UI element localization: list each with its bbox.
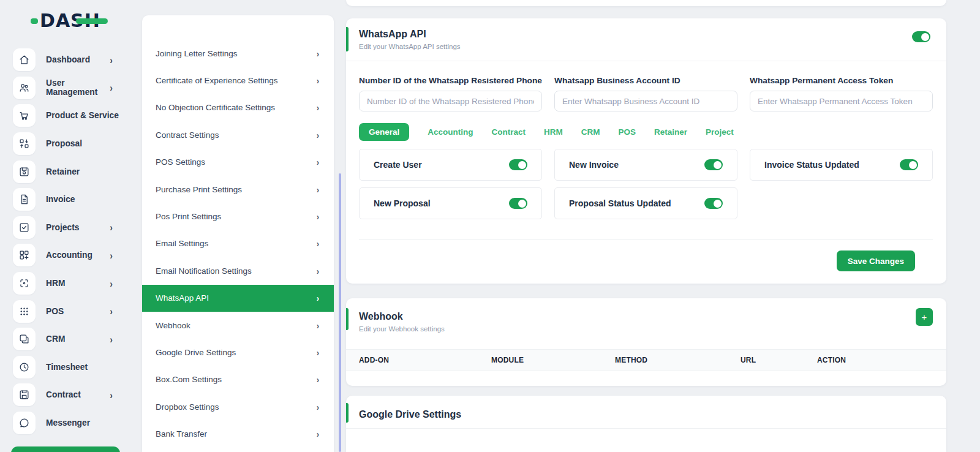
business-account-id-input[interactable] (554, 91, 737, 111)
column-header-method: METHOD (615, 356, 741, 364)
sidebar-item-label: User Management (46, 78, 110, 97)
settings-item-google-drive[interactable]: Google Drive Settings › (142, 339, 334, 366)
sidebar-item-label: HRM (46, 279, 110, 288)
sidebar-item-proposal[interactable]: Proposal (0, 130, 130, 158)
settings-item-label: No Objection Certificate Settings (156, 103, 317, 112)
sidebar-item-label: CRM (46, 334, 110, 344)
settings-item-contract[interactable]: Contract Settings › (142, 121, 334, 148)
sidebar-item-projects[interactable]: Projects › (0, 214, 130, 242)
proposal-status-updated-toggle[interactable] (704, 198, 723, 209)
dots-grid-icon (13, 300, 36, 323)
sidebar-item-hrm[interactable]: HRM › (0, 269, 130, 298)
settings-item-label: Bank Transfer (156, 429, 317, 439)
tab-general[interactable]: General (359, 123, 409, 141)
new-invoice-toggle[interactable] (704, 159, 723, 170)
chevron-right-icon: › (110, 82, 113, 94)
settings-menu-panel: Joining Letter Settings › Certificate of… (142, 15, 334, 452)
tab-accounting[interactable]: Accounting (428, 127, 473, 137)
save-changes-button[interactable]: Save Changes (837, 250, 915, 271)
tab-hrm[interactable]: HRM (544, 127, 563, 137)
sidebar-item-label: Timesheet (46, 363, 130, 372)
sidebar-item-label: Messenger (46, 418, 130, 428)
tab-crm[interactable]: CRM (581, 127, 600, 137)
sidebar-item-retainer[interactable]: Retainer (0, 157, 130, 186)
sidebar-item-pos[interactable]: POS › (0, 297, 130, 325)
settings-item-dropbox[interactable]: Dropbox Settings › (142, 393, 334, 420)
invoice-status-updated-toggle[interactable] (900, 159, 918, 170)
tab-project[interactable]: Project (706, 127, 734, 137)
field-business-account-id: Whatsapp Business Account ID (554, 76, 737, 111)
sidebar-item-label: Accounting (46, 250, 110, 260)
toggle-card-label: Create User (374, 160, 509, 170)
toggle-knob (518, 200, 526, 208)
settings-item-no-objection[interactable]: No Objection Certificate Settings › (142, 94, 334, 121)
settings-item-label: Box.Com Settings (156, 375, 317, 384)
create-user-toggle[interactable] (509, 159, 527, 170)
settings-item-certificate-experience[interactable]: Certificate of Experience Settings › (142, 67, 334, 94)
chevron-right-icon: › (317, 75, 319, 86)
sidebar-bottom-pill[interactable] (11, 446, 120, 452)
chevron-right-icon: › (110, 306, 113, 317)
toggle-knob (921, 33, 929, 41)
sidebar-item-label: Retainer (46, 167, 130, 176)
sidebar-item-user-management[interactable]: User Management › (0, 74, 130, 102)
number-id-input[interactable] (359, 91, 542, 111)
logo-dot-icon (31, 18, 38, 24)
add-webhook-button[interactable]: + (916, 308, 933, 326)
settings-item-label: Email Settings (156, 239, 317, 248)
toggle-card-proposal-status-updated: Proposal Status Updated (554, 187, 737, 219)
access-token-input[interactable] (750, 91, 933, 111)
settings-item-email-notification[interactable]: Email Notification Settings › (142, 257, 334, 284)
settings-item-whatsapp-api[interactable]: WhatsApp API › (142, 285, 334, 312)
chevron-right-icon: › (317, 320, 319, 330)
notification-toggle-grid: Create User New Invoice Invoice Status U… (359, 149, 933, 219)
whatsapp-enable-toggle[interactable] (912, 31, 930, 42)
column-header-module: MODULE (491, 356, 615, 364)
chevron-right-icon: › (317, 130, 319, 140)
main-nav: Dashboard › User Management › Product & … (0, 46, 130, 437)
chevron-right-icon: › (317, 211, 319, 222)
sidebar-item-messenger[interactable]: Messenger (0, 409, 130, 437)
settings-item-label: Webhook (156, 321, 317, 330)
chevron-right-icon: › (110, 249, 113, 261)
settings-panel-scrollbar[interactable] (339, 173, 341, 452)
document-icon (13, 188, 36, 211)
sidebar-item-product-service[interactable]: Product & Service (0, 102, 130, 130)
save-icon (13, 160, 36, 183)
sidebar-item-timesheet[interactable]: Timesheet (0, 353, 130, 382)
tab-retainer[interactable]: Retainer (654, 127, 687, 137)
settings-item-webhook[interactable]: Webhook › (142, 312, 334, 339)
new-proposal-toggle[interactable] (509, 198, 527, 209)
sidebar-item-accounting[interactable]: Accounting › (0, 241, 130, 269)
toggle-card-label: New Invoice (569, 160, 704, 170)
sidebar-item-invoice[interactable]: Invoice (0, 186, 130, 214)
settings-item-purchase-print[interactable]: Purchase Print Settings › (142, 176, 334, 203)
chevron-right-icon: › (110, 222, 113, 233)
settings-item-joining-letter[interactable]: Joining Letter Settings › (142, 40, 334, 67)
field-number-id: Number ID of the Whatsapp Resistered Pho… (359, 76, 542, 111)
chevron-right-icon: › (317, 48, 319, 59)
chevron-right-icon: › (317, 293, 319, 303)
save-icon (13, 383, 36, 406)
brand-logo[interactable]: DASH (31, 9, 100, 32)
settings-item-email[interactable]: Email Settings › (142, 230, 334, 257)
settings-item-box-com[interactable]: Box.Com Settings › (142, 366, 334, 393)
chevron-right-icon: › (317, 266, 319, 276)
sidebar-item-dashboard[interactable]: Dashboard › (0, 46, 130, 74)
card-subtitle: Edit your WhatsApp API settings (359, 43, 933, 50)
settings-item-pos-print[interactable]: Pos Print Settings › (142, 203, 334, 230)
tab-pos[interactable]: POS (619, 127, 636, 137)
sidebar-item-crm[interactable]: CRM › (0, 325, 130, 353)
logo-dash-icon (76, 18, 108, 24)
accent-bar (346, 403, 349, 423)
sidebar-item-label: Proposal (46, 139, 130, 148)
chevron-right-icon: › (317, 157, 319, 167)
card-title: WhatsApp API (359, 29, 933, 40)
settings-item-bank-transfer[interactable]: Bank Transfer › (142, 420, 334, 447)
chevron-right-icon: › (317, 429, 319, 439)
sidebar-item-contract[interactable]: Contract › (0, 381, 130, 409)
settings-item-pos[interactable]: POS Settings › (142, 149, 334, 176)
toggle-card-label: New Proposal (374, 198, 509, 208)
toggle-knob (714, 200, 722, 208)
tab-contract[interactable]: Contract (492, 127, 526, 137)
